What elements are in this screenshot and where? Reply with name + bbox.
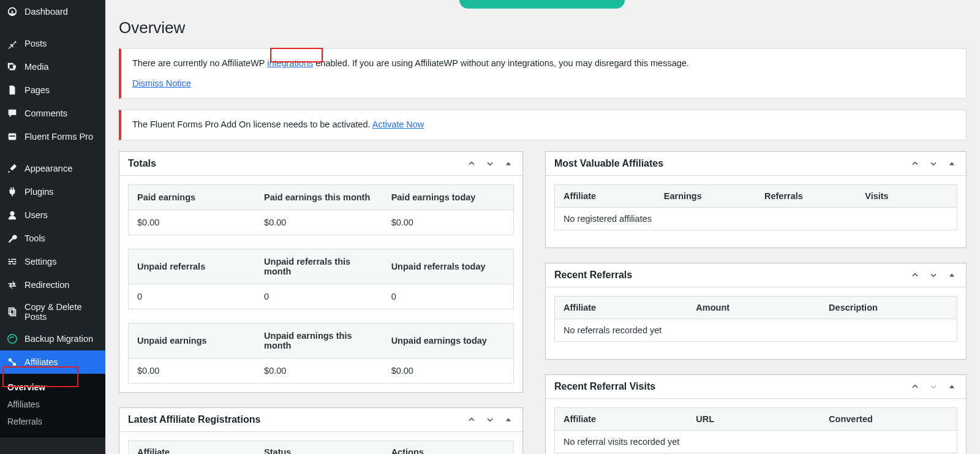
notice-suffix: enabled. If you are using AffiliateWP wi… (313, 58, 689, 68)
move-up-icon[interactable] (910, 158, 921, 169)
unpaid-earnings-table: Unpaid earnings Unpaid earnings this mon… (128, 323, 514, 384)
panel-title: Recent Referral Visits (554, 381, 655, 392)
move-up-icon[interactable] (466, 158, 477, 169)
move-down-icon[interactable] (928, 270, 939, 281)
table-row: No registered affiliates (555, 207, 957, 230)
toggle-panel-icon[interactable] (503, 158, 514, 169)
panel-title: Totals (128, 158, 156, 169)
integrations-link[interactable]: integrations (267, 58, 313, 68)
sidebar-item-label: Users (24, 210, 48, 220)
dismiss-notice-link[interactable]: Dismiss Notice (132, 78, 191, 88)
svg-point-0 (13, 65, 16, 68)
sidebar-item-pages[interactable]: Pages (0, 78, 105, 102)
sidebar-item-label: Affiliates (24, 357, 58, 367)
move-up-icon[interactable] (910, 381, 921, 392)
activate-now-link[interactable]: Activate Now (372, 119, 424, 129)
notice-ff-text: The Fluent Forms Pro Add On license need… (132, 119, 372, 129)
th-url: URL (687, 407, 820, 430)
submenu-item-affiliates[interactable]: Affiliates (0, 396, 105, 413)
recent-visits-table: Affiliate URL Converted No referral visi… (554, 407, 957, 453)
move-down-icon[interactable] (928, 381, 939, 392)
table-row: No referral visits recorded yet (555, 430, 957, 453)
unpaid-referrals-table: Unpaid referrals Unpaid referrals this m… (128, 249, 514, 309)
sidebar-item-label: Appearance (24, 164, 72, 173)
th-paid-earnings-today: Paid earnings today (383, 184, 514, 210)
admin-sidebar: Dashboard Posts Media Pages Comments Flu… (0, 0, 105, 454)
user-icon (6, 209, 18, 221)
notice-fluent-forms-license: The Fluent Forms Pro Add On license need… (119, 110, 967, 140)
sidebar-item-redirection[interactable]: Redirection (0, 273, 105, 297)
sidebar-item-appearance[interactable]: Appearance (0, 157, 105, 180)
th-unpaid-earnings-today: Unpaid earnings today (383, 323, 514, 358)
th-affiliate: Affiliate (555, 407, 688, 430)
cell-value: $0.00 (383, 210, 514, 235)
sidebar-item-fluent-forms-pro[interactable]: Fluent Forms Pro (0, 125, 105, 148)
panel-recent-referral-visits: Recent Referral Visits Affiliate URL Con… (545, 374, 967, 454)
empty-message: No referral visits recorded yet (555, 430, 957, 453)
cell-value: 0 (129, 284, 256, 309)
cell-value: 0 (255, 284, 383, 309)
move-down-icon[interactable] (928, 158, 939, 169)
panel-title: Most Valuable Affiliates (554, 158, 663, 169)
comment-icon (6, 107, 18, 119)
sidebar-item-media[interactable]: Media (0, 55, 105, 78)
redirect-icon (6, 279, 18, 291)
page-title: Overview (119, 18, 967, 37)
sidebar-item-users[interactable]: Users (0, 203, 105, 227)
page-icon (6, 84, 18, 96)
sidebar-item-tools[interactable]: Tools (0, 227, 105, 250)
sidebar-item-posts[interactable]: Posts (0, 32, 105, 55)
sidebar-item-plugins[interactable]: Plugins (0, 180, 105, 203)
table-row: 0 0 0 (129, 284, 514, 309)
cell-value: $0.00 (129, 210, 256, 235)
svg-point-6 (8, 335, 17, 343)
sidebar-item-copy-delete-posts[interactable]: Copy & Delete Posts (0, 297, 105, 327)
main-content: Overview There are currently no Affiliat… (105, 0, 980, 454)
toggle-panel-icon[interactable] (503, 414, 514, 425)
panel-most-valuable-affiliates: Most Valuable Affiliates Affiliate Earni… (545, 151, 967, 248)
cell-value: $0.00 (255, 358, 383, 383)
brush-icon (6, 162, 18, 175)
notice-text: There are currently no AffiliateWP integ… (132, 56, 955, 70)
submenu-item-overview[interactable]: Overview (0, 379, 105, 396)
sidebar-item-label: Posts (24, 39, 47, 48)
th-visits: Visits (856, 184, 957, 207)
th-referrals: Referrals (756, 184, 856, 207)
sidebar-item-dashboard[interactable]: Dashboard (0, 0, 105, 23)
notice-affiliatewp-integrations: There are currently no AffiliateWP integ… (119, 48, 967, 99)
svg-rect-5 (10, 309, 15, 316)
sidebar-item-backup-migration[interactable]: Backup Migration (0, 327, 105, 350)
cell-value: $0.00 (383, 358, 514, 383)
toggle-panel-icon[interactable] (946, 158, 957, 169)
sidebar-item-label: Comments (24, 108, 67, 118)
empty-message: No referrals recorded yet (555, 319, 957, 341)
sidebar-item-label: Settings (24, 257, 56, 267)
th-unpaid-earnings: Unpaid earnings (129, 323, 256, 358)
move-down-icon[interactable] (484, 158, 496, 169)
sidebar-item-label: Tools (24, 233, 45, 243)
affiliates-icon (6, 356, 18, 368)
sidebar-item-settings[interactable]: Settings (0, 250, 105, 273)
move-up-icon[interactable] (466, 414, 477, 425)
th-unpaid-referrals: Unpaid referrals (129, 249, 256, 284)
notice-prefix: There are currently no AffiliateWP (132, 58, 267, 68)
th-affiliate: Affiliate (555, 184, 655, 207)
sliders-icon (6, 255, 18, 268)
toggle-panel-icon[interactable] (946, 381, 957, 392)
sidebar-item-label: Pages (24, 85, 50, 95)
move-down-icon[interactable] (484, 414, 496, 425)
submenu-item-referrals[interactable]: Referrals (0, 413, 105, 430)
cell-value: $0.00 (255, 210, 383, 235)
th-unpaid-referrals-today: Unpaid referrals today (383, 249, 514, 284)
move-up-icon[interactable] (910, 270, 921, 281)
forms-icon (6, 131, 18, 143)
table-row: $0.00 $0.00 $0.00 (129, 210, 514, 235)
sidebar-item-label: Redirection (24, 280, 69, 290)
th-paid-earnings: Paid earnings (129, 184, 256, 210)
th-earnings: Earnings (655, 184, 756, 207)
copy-icon (6, 306, 18, 318)
sidebar-item-affiliates[interactable]: Affiliates (0, 350, 105, 374)
latest-registrations-table: Affiliate Status Actions (128, 441, 514, 454)
toggle-panel-icon[interactable] (946, 270, 957, 281)
sidebar-item-comments[interactable]: Comments (0, 102, 105, 125)
